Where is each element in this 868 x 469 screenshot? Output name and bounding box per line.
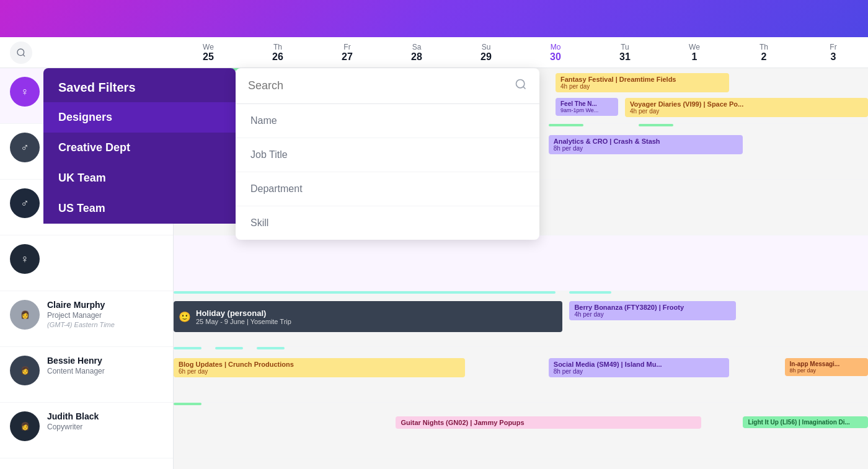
avatar-phantom1: ♀ xyxy=(10,77,40,107)
person-info-bessie: Bessie Henry Content Manager xyxy=(47,356,163,377)
saved-filters-title: Saved Filters xyxy=(43,68,236,102)
avatar-claire: 👩 xyxy=(10,300,40,330)
search-input[interactable] xyxy=(248,79,515,92)
person-name-claire: Claire Murphy xyxy=(47,300,163,310)
svg-point-2 xyxy=(516,80,525,88)
calendar-days-header: We25Th26Fr27Sa28Su29Mo30Tu31We1Th2Fr3 xyxy=(174,40,868,65)
svg-line-3 xyxy=(523,87,526,89)
event-social-media[interactable]: Social Media (SM49) | Island Mu... 8h pe… xyxy=(549,358,729,377)
grid-row-claire: 🙂 Holiday (personal) 25 May - 9 June | Y… xyxy=(174,291,868,347)
person-title-claire: Project Manager xyxy=(47,311,163,320)
event-berry-bonanza-claire[interactable]: Berry Bonanza (FTY3820) | Frooty 4h per … xyxy=(569,301,736,320)
filter-item-us-team[interactable]: US Team xyxy=(43,193,236,224)
person-title-bessie: Content Manager xyxy=(47,367,163,375)
cal-day-Sa-28: Sa28 xyxy=(382,40,451,65)
search-option-name[interactable]: Name xyxy=(236,104,539,138)
cal-day-Mo-30: Mo30 xyxy=(521,40,590,65)
calendar-header-left xyxy=(0,42,174,64)
cal-day-We-25: We25 xyxy=(174,40,243,65)
search-icon xyxy=(515,78,527,94)
cal-day-Tu-31: Tu31 xyxy=(590,40,660,65)
search-input-row xyxy=(236,68,539,104)
avatar-phantom4: ♀ xyxy=(10,244,40,274)
person-row-judith[interactable]: 👩 Judith Black Copywriter xyxy=(0,403,173,458)
person-title-judith: Copywriter xyxy=(47,423,163,431)
cal-day-Th-26: Th26 xyxy=(243,40,312,65)
grid-row-3 xyxy=(174,235,868,291)
person-info-claire: Claire Murphy Project Manager (GMT-4) Ea… xyxy=(47,300,163,328)
avatar-judith: 👩 xyxy=(10,411,40,441)
search-option-job-title[interactable]: Job Title xyxy=(236,138,539,172)
person-info-judith: Judith Black Copywriter xyxy=(47,411,163,432)
cal-day-Fr-3: Fr3 xyxy=(799,40,868,65)
person-row-bessie[interactable]: 👩 Bessie Henry Content Manager xyxy=(0,347,173,403)
cal-day-Su-29: Su29 xyxy=(451,40,521,65)
filter-item-creative-dept[interactable]: Creative Dept xyxy=(43,133,236,163)
event-holiday[interactable]: 🙂 Holiday (personal) 25 May - 9 June | Y… xyxy=(174,301,562,332)
person-tz-claire: (GMT-4) Eastern Time xyxy=(47,321,163,328)
avatar-bessie: 👩 xyxy=(10,356,40,385)
cal-day-Fr-27: Fr27 xyxy=(312,40,382,65)
event-analytics[interactable]: Analytics & CRO | Crash & Stash 8h per d… xyxy=(549,135,743,154)
calendar-header: We25Th26Fr27Sa28Su29Mo30Tu31We1Th2Fr3 xyxy=(0,37,868,68)
person-name-judith: Judith Black xyxy=(47,411,163,421)
filter-item-designers[interactable]: Designers xyxy=(43,102,236,133)
person-row-claire[interactable]: 👩 Claire Murphy Project Manager (GMT-4) … xyxy=(0,291,173,347)
event-blog-updates[interactable]: Blog Updates | Crunch Productions 6h per… xyxy=(174,358,465,377)
grid-row-judith: Guitar Nights (GN02) | Jammy Popups Ligh… xyxy=(174,403,868,458)
event-inapp-messaging[interactable]: In-app Messagi... 8h per day xyxy=(785,358,868,376)
event-light-it-up[interactable]: Light It Up (LI56) | Imagination Di... xyxy=(743,416,868,428)
svg-line-1 xyxy=(23,55,25,56)
cal-day-Th-2: Th2 xyxy=(729,40,799,65)
search-panel: Name Job Title Department Skill xyxy=(236,68,539,240)
avatar-phantom3: ♂ xyxy=(10,188,40,218)
filter-item-uk-team[interactable]: UK Team xyxy=(43,163,236,193)
search-icon-header[interactable] xyxy=(10,42,32,64)
saved-filters-panel: Saved Filters Designers Creative Dept UK… xyxy=(43,68,236,224)
person-row-phantom4: ♀ xyxy=(0,235,173,291)
top-bar xyxy=(0,0,868,37)
grid-row-bessie: Blog Updates | Crunch Productions 6h per… xyxy=(174,347,868,403)
search-option-skill[interactable]: Skill xyxy=(236,206,539,240)
svg-point-0 xyxy=(17,49,24,56)
avatar-phantom2: ♂ xyxy=(10,133,40,162)
cal-day-We-1: We1 xyxy=(660,40,729,65)
person-name-bessie: Bessie Henry xyxy=(47,356,163,366)
search-option-department[interactable]: Department xyxy=(236,172,539,206)
event-guitar-nights[interactable]: Guitar Nights (GN02) | Jammy Popups xyxy=(396,416,701,429)
